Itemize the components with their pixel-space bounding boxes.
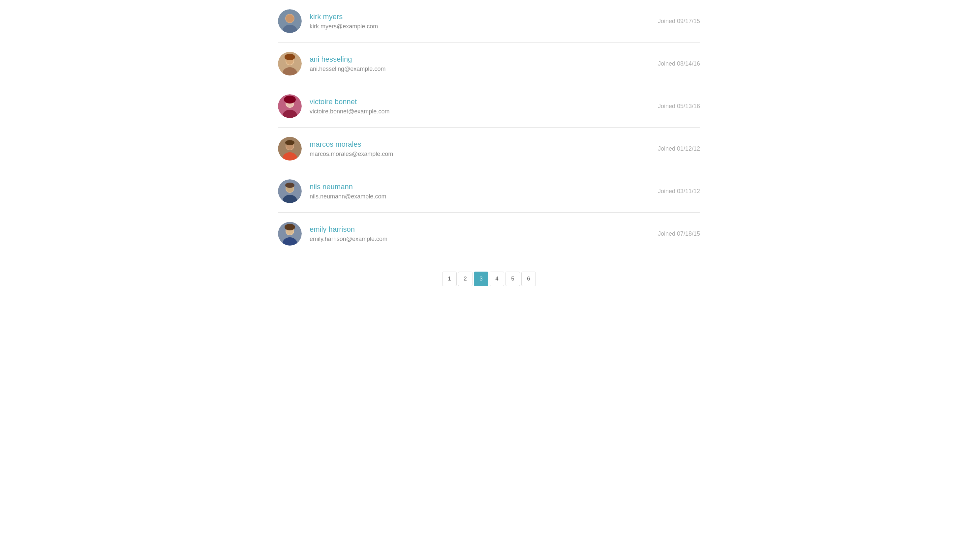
user-left-victoire: victoire bonnet victoire.bonnet@example.… xyxy=(278,94,389,118)
list-item: victoire bonnet victoire.bonnet@example.… xyxy=(278,85,700,128)
user-name-emily[interactable]: emily harrison xyxy=(310,225,387,234)
user-left-ani: ani hesseling ani.hesseling@example.com xyxy=(278,52,386,75)
page-btn-1[interactable]: 1 xyxy=(442,272,457,286)
user-email-marcos: marcos.morales@example.com xyxy=(310,151,393,158)
svg-point-28 xyxy=(285,224,295,230)
avatar xyxy=(278,94,302,118)
page-btn-6[interactable]: 6 xyxy=(521,272,536,286)
user-joined-emily: Joined 07/18/15 xyxy=(658,230,700,237)
avatar xyxy=(278,179,302,203)
user-info-ani: ani hesseling ani.hesseling@example.com xyxy=(310,55,386,73)
avatar xyxy=(278,222,302,245)
avatar xyxy=(278,137,302,160)
user-info-victoire: victoire bonnet victoire.bonnet@example.… xyxy=(310,98,389,115)
list-item: emily harrison emily.harrison@example.co… xyxy=(278,213,700,255)
user-email-emily: emily.harrison@example.com xyxy=(310,236,387,243)
user-left-emily: emily harrison emily.harrison@example.co… xyxy=(278,222,387,245)
user-name-ani[interactable]: ani hesseling xyxy=(310,55,386,63)
user-info-kirk: kirk myers kirk.myers@example.com xyxy=(310,13,378,30)
user-email-kirk: kirk.myers@example.com xyxy=(310,23,378,30)
user-left-kirk: kirk myers kirk.myers@example.com xyxy=(278,9,378,33)
user-list: kirk myers kirk.myers@example.com Joined… xyxy=(258,0,720,255)
user-left-marcos: marcos morales marcos.morales@example.co… xyxy=(278,137,393,160)
user-joined-nils: Joined 03/11/12 xyxy=(658,188,700,195)
user-joined-victoire: Joined 05/13/16 xyxy=(658,103,700,110)
user-joined-marcos: Joined 01/12/12 xyxy=(658,145,700,152)
avatar xyxy=(278,52,302,75)
pagination: 123456 xyxy=(0,255,978,299)
list-item: ani hesseling ani.hesseling@example.com … xyxy=(278,43,700,85)
svg-point-18 xyxy=(285,140,294,145)
user-left-nils: nils neumann nils.neumann@example.com xyxy=(278,179,386,203)
user-name-kirk[interactable]: kirk myers xyxy=(310,13,378,21)
list-item: marcos morales marcos.morales@example.co… xyxy=(278,128,700,170)
user-info-emily: emily harrison emily.harrison@example.co… xyxy=(310,225,387,243)
user-info-marcos: marcos morales marcos.morales@example.co… xyxy=(310,140,393,158)
user-name-marcos[interactable]: marcos morales xyxy=(310,140,393,148)
user-email-victoire: victoire.bonnet@example.com xyxy=(310,108,389,115)
user-name-nils[interactable]: nils neumann xyxy=(310,183,386,191)
list-item: kirk myers kirk.myers@example.com Joined… xyxy=(278,0,700,43)
page-btn-3[interactable]: 3 xyxy=(474,272,488,286)
avatar xyxy=(278,9,302,33)
user-joined-kirk: Joined 09/17/15 xyxy=(658,18,700,25)
svg-point-3 xyxy=(286,15,294,22)
page-btn-4[interactable]: 4 xyxy=(490,272,504,286)
user-info-nils: nils neumann nils.neumann@example.com xyxy=(310,183,386,200)
user-name-victoire[interactable]: victoire bonnet xyxy=(310,98,389,106)
user-joined-ani: Joined 08/14/16 xyxy=(658,60,700,67)
svg-point-23 xyxy=(285,183,294,188)
page-btn-2[interactable]: 2 xyxy=(458,272,472,286)
user-email-nils: nils.neumann@example.com xyxy=(310,193,386,200)
page-btn-5[interactable]: 5 xyxy=(506,272,520,286)
svg-point-8 xyxy=(285,54,295,60)
user-email-ani: ani.hesseling@example.com xyxy=(310,66,386,73)
list-item: nils neumann nils.neumann@example.com Jo… xyxy=(278,170,700,213)
svg-point-13 xyxy=(284,96,296,103)
